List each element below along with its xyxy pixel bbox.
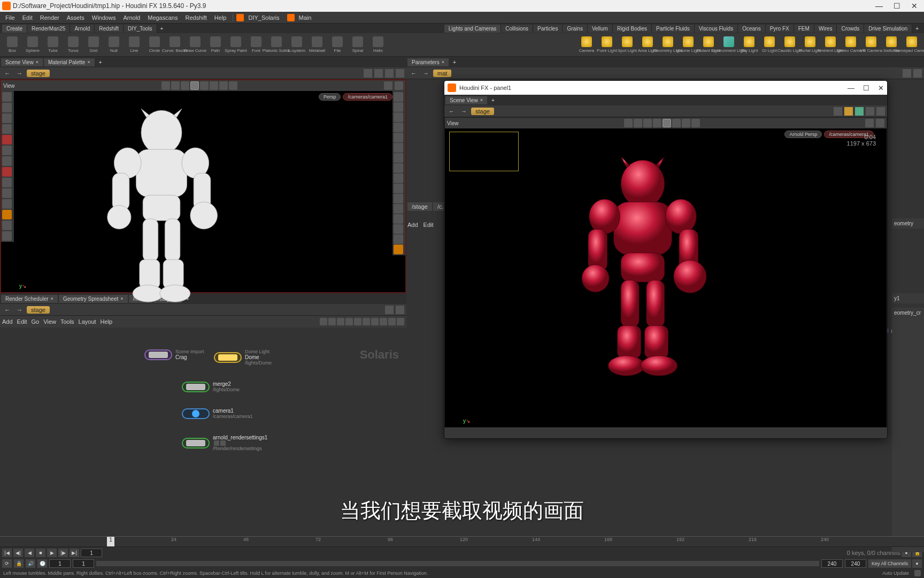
shelf-tool-camera[interactable]: Camera [578, 36, 596, 53]
help-icon[interactable] [395, 81, 403, 90]
fp-snap-icon[interactable] [663, 119, 671, 127]
fp-save-icon[interactable] [876, 107, 885, 116]
playhead[interactable]: 1 [107, 537, 114, 546]
shelf-tool-spotlight[interactable]: Spot Light [618, 36, 636, 53]
shelf-tab-diy[interactable]: DIY_Tools [124, 25, 157, 33]
shelf-tool-path[interactable]: Path [206, 36, 225, 53]
shelf-tool-gilight[interactable]: GI Light [760, 36, 779, 53]
net-menu-help[interactable]: Help [101, 318, 113, 325]
shelf-tab-vfluids[interactable]: Viscous Fluids [695, 25, 738, 33]
tab-parameters[interactable]: Parameters× [407, 58, 449, 66]
net-list-icon[interactable] [337, 318, 344, 325]
range-start-field[interactable] [49, 559, 71, 568]
step-back-button[interactable]: ◀| [13, 549, 23, 557]
fp-move-icon[interactable] [634, 119, 642, 127]
gear-icon[interactable] [229, 81, 237, 90]
display-prims-icon[interactable] [394, 112, 403, 122]
net-color-icon[interactable] [380, 318, 387, 325]
net-grid2-icon[interactable] [354, 318, 361, 325]
shelf-tab-renderman[interactable]: RenderMan25 [27, 25, 70, 33]
ctx-tab-stage[interactable]: /stage [407, 202, 432, 211]
shelf-tab-drive[interactable]: Drive Simulation [864, 25, 912, 33]
autokey-icon[interactable]: ● [912, 559, 922, 568]
goto-end-button[interactable]: ▶| [70, 549, 79, 557]
snap-point-icon[interactable] [2, 156, 12, 166]
shelf-tool-circle[interactable]: Circle [145, 36, 164, 53]
cursor-icon[interactable] [2, 92, 12, 102]
shelf-tool-spraypaint[interactable]: Spray Paint [227, 36, 245, 53]
fp-grid-icon[interactable] [672, 119, 681, 127]
right-link-icon[interactable] [913, 69, 922, 78]
snap-grid-icon[interactable] [2, 146, 12, 155]
range-end-field[interactable] [845, 559, 866, 568]
menu-file[interactable]: File [2, 13, 18, 22]
shelf-tool-helix[interactable]: Helix [369, 36, 387, 53]
net-menu-add[interactable]: Add [2, 318, 13, 325]
menu-redshift[interactable]: Redshift [182, 13, 210, 22]
right-tab-add[interactable]: + [450, 58, 459, 66]
bg-icon[interactable] [2, 178, 12, 187]
fp-gear-icon[interactable] [691, 119, 700, 127]
scene-viewport[interactable]: View Persp /cameras/camera1 [0, 79, 406, 293]
net-menu-go[interactable]: Go [32, 318, 40, 325]
nav-back[interactable]: ← [2, 70, 12, 77]
shelf-tool-tube[interactable]: Tube [44, 36, 62, 53]
rotate-tool-icon[interactable] [181, 81, 189, 90]
snap-edge-icon[interactable] [2, 167, 12, 177]
shaded-icon[interactable] [394, 143, 403, 153]
right-nav-fwd[interactable]: → [421, 70, 431, 77]
fp-persp-selector[interactable]: Arnold Persp [784, 131, 822, 138]
start-field[interactable] [73, 559, 94, 568]
flipbook-icon[interactable] [2, 231, 12, 241]
snap-icon[interactable] [200, 81, 209, 90]
construction-icon[interactable] [2, 135, 12, 144]
menu-help[interactable]: Help [211, 13, 230, 22]
fp-pin-icon[interactable] [834, 107, 842, 116]
menu-render[interactable]: Render [37, 13, 63, 22]
net-menu-tools[interactable]: Tools [60, 318, 74, 325]
shelf-add-left[interactable]: + [157, 25, 167, 33]
floating-minimize[interactable]: — [848, 84, 854, 92]
fp-scale-icon[interactable] [653, 119, 661, 127]
fp-nav-fwd[interactable]: → [459, 108, 469, 115]
fp-display-icon[interactable] [682, 119, 690, 127]
snapshot-icon[interactable] [385, 69, 394, 78]
node-merge2[interactable]: merge2/lights/Dome [182, 381, 240, 392]
display-uvs-icon[interactable] [394, 123, 403, 132]
floating-viewport[interactable]: View Arnold Persp /cameras/camera1 0:04 … [444, 117, 887, 428]
play-button[interactable]: ▶ [47, 549, 57, 557]
shelf-tab-particles[interactable]: Particles [533, 25, 563, 33]
floating-close[interactable]: ✕ [878, 84, 884, 92]
path-chip-stage[interactable]: stage [27, 70, 50, 77]
fp-settings-icon[interactable] [866, 107, 874, 116]
right-path-chip[interactable]: mat [433, 70, 451, 77]
shelf-tool-stereocamera[interactable]: Stereo Camera [842, 36, 860, 53]
shelf-tab-grains[interactable]: Grains [563, 25, 587, 33]
shelf-tool-environmentlight[interactable]: Environment Light [720, 36, 738, 53]
display-normals-icon[interactable] [394, 102, 403, 112]
shelf-tab-crowds[interactable]: Crowds [837, 25, 864, 33]
shelf-tool-platonicsolids[interactable]: Platonic Solids [267, 36, 286, 53]
display-options-icon[interactable] [219, 81, 228, 90]
goto-start-button[interactable]: |◀ [2, 549, 12, 557]
shelf-tool-box[interactable]: Box [3, 36, 21, 53]
textures-icon[interactable] [394, 214, 403, 224]
wireframe-icon[interactable] [394, 133, 403, 142]
audio-icon[interactable]: 🔊 [26, 559, 35, 568]
render-icon[interactable] [396, 69, 404, 78]
shelf-tool-pointlight[interactable]: Point Light [598, 36, 616, 53]
node-dome[interactable]: Dome LightDome/lights/Dome [214, 349, 272, 366]
maximize-button[interactable]: ☐ [894, 2, 900, 10]
fp-rotate-icon[interactable] [643, 119, 652, 127]
tab-material-palette[interactable]: Material Palette× [44, 58, 95, 66]
shelf-tab-rigid[interactable]: Rigid Bodies [613, 25, 652, 33]
stop-button[interactable]: ■ [36, 549, 45, 557]
floating-panel[interactable]: Houdini FX - panel1 — ☐ ✕ Scene View× + … [444, 80, 888, 439]
range-slider[interactable] [96, 561, 819, 566]
net-menu-view[interactable]: View [43, 318, 56, 325]
fp-opts-icon[interactable] [865, 119, 874, 127]
lock-icon[interactable] [2, 103, 12, 112]
shelf-tool-geometrylight[interactable]: Geometry Light [659, 36, 677, 53]
shadows-icon[interactable] [394, 234, 403, 244]
menu-arnold[interactable]: Arnold [120, 13, 143, 22]
